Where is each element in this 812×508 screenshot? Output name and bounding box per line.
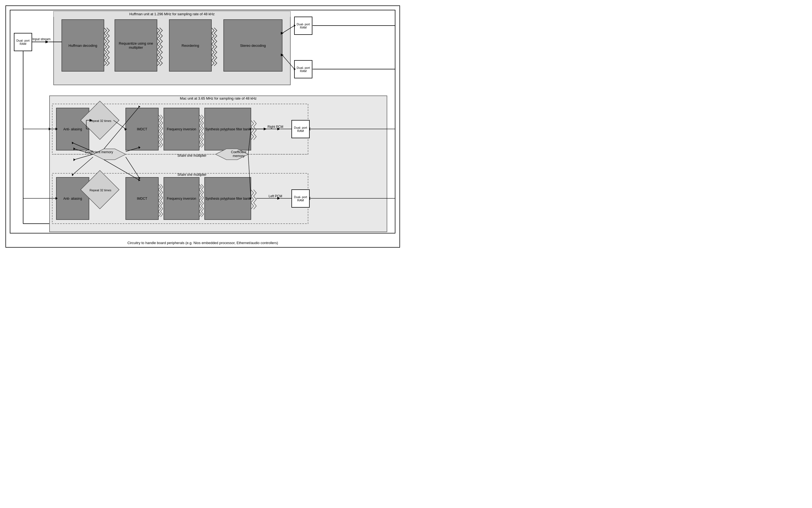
repeat-32-top-label: Repeat 32 times — [87, 107, 114, 134]
left-pcm-label: Left PCM — [267, 194, 284, 199]
input-stream-label: Input stream — [32, 37, 51, 41]
stereo-decoding-label: Stereo decoding — [224, 19, 282, 71]
dual-port-ram-right-2: Dual- port RAM — [294, 60, 312, 78]
dual-port-ram-left: Dual- port RAM — [14, 33, 32, 51]
share-multiplier-bottom-label: Share one multiplier — [177, 173, 207, 177]
repeat-32-bottom-label: Repeat 32 times — [87, 177, 114, 204]
svg-line-15 — [282, 55, 294, 69]
synthesis-top-label: Synthesis polyphase filter bank — [205, 108, 251, 150]
svg-marker-67 — [264, 128, 267, 130]
dual-port-ram-right-1: Dual- port RAM — [294, 17, 312, 35]
svg-line-13 — [282, 26, 294, 33]
imdct-top-label: IMDCT — [126, 108, 158, 150]
anti-aliasing-top-label: Anti- aliasing — [56, 108, 89, 150]
dual-port-ram-mac-right-top: Dual- port RAM — [292, 120, 309, 138]
svg-line-83 — [73, 157, 93, 175]
dual-port-ram-mac-right-bottom: Dual- port RAM — [292, 189, 309, 207]
bottom-text: Circuitry to handle board peripherals (e… — [6, 241, 399, 245]
requantize-label: Requantize using one multiplier — [115, 19, 157, 71]
share-multiplier-top-label: Share one multiplier — [177, 154, 207, 158]
anti-aliasing-bottom-label: Anti- aliasing — [56, 177, 89, 220]
diagram-container: Huffman unit at 1.296 MHz for sampling r… — [5, 5, 400, 248]
huffman-decoding-label: Huffman decoding — [62, 19, 104, 71]
coeff-memory-left-label: Coefficient memory — [80, 150, 118, 154]
right-pcm-label: Right PCM — [267, 125, 284, 129]
svg-marker-42 — [49, 128, 51, 130]
mac-title: Mac unit at 3.65 MHz for sampling rate o… — [49, 96, 387, 100]
imdct-bottom-label: IMDCT — [126, 177, 158, 220]
svg-line-49 — [114, 120, 126, 129]
svg-marker-84 — [72, 174, 74, 176]
coeff-memory-right-label: Coefficient memory — [226, 150, 251, 158]
svg-line-85 — [126, 157, 139, 178]
synthesis-bottom-label: Synthesis polyphase filter bank — [205, 177, 251, 220]
svg-marker-54 — [138, 105, 140, 108]
huffman-title: Huffman unit at 1.296 MHz for sampling r… — [54, 12, 290, 16]
freq-inv-bottom-label: Frequency inversion — [164, 177, 199, 220]
reordering-label: Reordering — [169, 19, 211, 71]
svg-line-55 — [74, 154, 93, 160]
svg-marker-56 — [74, 158, 75, 161]
freq-inv-top-label: Frequency inversion — [164, 108, 199, 150]
